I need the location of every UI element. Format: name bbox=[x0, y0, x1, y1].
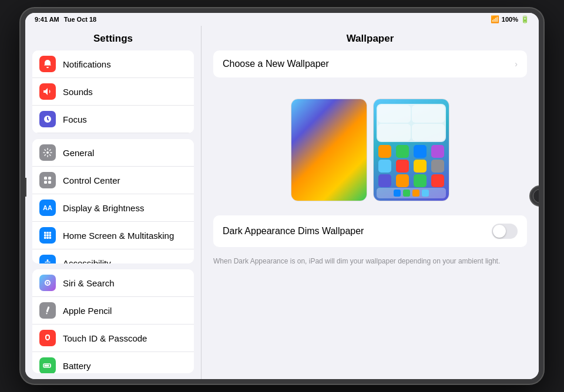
side-button bbox=[24, 178, 26, 197]
choose-wallpaper-section: Choose a New Wallpaper › bbox=[213, 50, 527, 77]
svg-point-19 bbox=[47, 282, 49, 284]
battery-indicator: 100% bbox=[502, 16, 518, 23]
sidebar-item-notifications[interactable]: Notifications bbox=[32, 50, 194, 78]
siri-search-icon bbox=[39, 275, 56, 291]
battery-icon: 🔋 bbox=[521, 15, 529, 23]
svg-rect-5 bbox=[44, 181, 47, 184]
notifications-icon bbox=[39, 56, 56, 72]
sidebar-item-general[interactable]: General bbox=[32, 139, 194, 167]
status-bar: 9:41 AM Tue Oct 18 📶 100% 🔋 bbox=[25, 13, 539, 26]
sidebar-item-touch-id[interactable]: Touch ID & Passcode bbox=[32, 325, 194, 352]
touch-id-label: Touch ID & Passcode bbox=[63, 333, 187, 343]
battery-label: Battery bbox=[63, 361, 187, 371]
choose-wallpaper-row[interactable]: Choose a New Wallpaper › bbox=[213, 50, 527, 77]
svg-rect-4 bbox=[48, 177, 51, 180]
touch-id-icon bbox=[39, 330, 56, 346]
svg-rect-9 bbox=[49, 232, 52, 234]
wallpaper-preview-section bbox=[202, 87, 539, 215]
general-icon bbox=[39, 144, 56, 161]
sounds-label: Sounds bbox=[63, 87, 187, 97]
sidebar-item-control-center[interactable]: Control Center bbox=[32, 167, 194, 194]
sidebar-item-battery[interactable]: Battery bbox=[32, 352, 194, 373]
sidebar-item-apple-pencil[interactable]: Apple Pencil bbox=[32, 297, 194, 325]
apple-pencil-label: Apple Pencil bbox=[63, 306, 187, 316]
toggle-knob bbox=[493, 225, 506, 238]
display-brightness-icon: AA bbox=[39, 200, 56, 216]
sounds-icon bbox=[39, 83, 56, 100]
control-center-icon bbox=[39, 172, 56, 188]
notifications-label: Notifications bbox=[63, 59, 187, 69]
siri-search-label: Siri & Search bbox=[63, 278, 187, 288]
home-screen-label: Home Screen & Multitasking bbox=[63, 231, 187, 241]
svg-rect-14 bbox=[46, 237, 49, 239]
sidebar-item-sounds[interactable]: Sounds bbox=[32, 78, 194, 106]
status-date: Tue Oct 18 bbox=[64, 16, 96, 23]
control-center-label: Control Center bbox=[63, 175, 187, 185]
focus-icon bbox=[39, 111, 56, 127]
sidebar-item-siri-search[interactable]: Siri & Search bbox=[32, 269, 194, 297]
accessibility-label: Accessibility bbox=[63, 258, 187, 264]
sidebar-title: Settings bbox=[25, 26, 201, 50]
svg-rect-20 bbox=[46, 306, 49, 312]
dark-appearance-section: Dark Appearance Dims Wallpaper bbox=[213, 215, 527, 247]
wifi-icon: 📶 bbox=[491, 15, 499, 23]
sidebar-section-2: General Control Center AA bbox=[32, 139, 194, 263]
svg-rect-6 bbox=[48, 181, 51, 184]
svg-rect-3 bbox=[44, 177, 47, 180]
battery-icon bbox=[39, 357, 56, 373]
status-time: 9:41 AM bbox=[35, 16, 59, 23]
apple-pencil-icon bbox=[39, 302, 56, 319]
dark-appearance-label: Dark Appearance Dims Wallpaper bbox=[223, 226, 364, 236]
dark-appearance-description: When Dark Appearance is on, iPad will di… bbox=[202, 256, 539, 276]
home-screen-icon bbox=[39, 227, 56, 244]
home-button-inner bbox=[533, 189, 543, 203]
ipad-frame: 9:41 AM Tue Oct 18 📶 100% 🔋 Settings Not… bbox=[21, 8, 543, 384]
svg-rect-10 bbox=[44, 234, 46, 236]
dark-appearance-row: Dark Appearance Dims Wallpaper bbox=[213, 215, 527, 247]
sidebar-item-focus[interactable]: Focus bbox=[32, 106, 194, 133]
display-brightness-label: Display & Brightness bbox=[63, 203, 187, 213]
sidebar-section-1: Notifications Sounds bbox=[32, 50, 194, 133]
svg-rect-22 bbox=[45, 365, 49, 367]
sidebar-item-home-screen[interactable]: Home Screen & Multitasking bbox=[32, 222, 194, 249]
svg-point-2 bbox=[46, 151, 49, 154]
svg-rect-12 bbox=[49, 234, 52, 236]
svg-point-16 bbox=[47, 259, 49, 261]
svg-rect-15 bbox=[49, 237, 52, 239]
svg-rect-13 bbox=[44, 237, 46, 239]
sidebar: Settings Notifications bbox=[25, 26, 202, 379]
dark-appearance-toggle[interactable] bbox=[492, 224, 518, 239]
sidebar-item-accessibility[interactable]: Accessibility bbox=[32, 249, 194, 263]
choose-wallpaper-label: Choose a New Wallpaper bbox=[223, 59, 329, 69]
lock-screen-wallpaper-thumb[interactable] bbox=[291, 99, 367, 201]
svg-rect-7 bbox=[44, 232, 46, 234]
svg-rect-11 bbox=[46, 234, 49, 236]
chevron-right-icon: › bbox=[515, 59, 518, 69]
svg-rect-8 bbox=[46, 232, 49, 234]
home-screen-wallpaper-thumb[interactable] bbox=[373, 99, 449, 201]
focus-label: Focus bbox=[63, 114, 187, 124]
main-content: Wallpaper Choose a New Wallpaper › bbox=[202, 26, 539, 379]
sidebar-section-3: Siri & Search Apple Pencil bbox=[32, 269, 194, 373]
accessibility-icon bbox=[39, 255, 56, 263]
sidebar-item-display-brightness[interactable]: AA Display & Brightness bbox=[32, 194, 194, 222]
general-label: General bbox=[63, 148, 187, 158]
main-header-title: Wallpaper bbox=[202, 26, 539, 50]
